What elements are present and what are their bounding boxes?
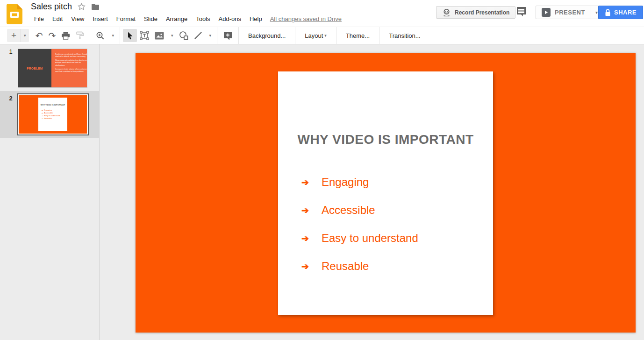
slide-1-number: 1 <box>7 48 14 55</box>
menu-insert[interactable]: Insert <box>88 14 112 23</box>
zoom-dropdown[interactable]: ▾ <box>107 29 117 42</box>
text-box-icon <box>140 31 149 40</box>
line-tool-button[interactable] <box>191 29 205 42</box>
arrow-bullet-icon: ➔ <box>301 205 313 216</box>
slide-1-thumb-paragraph: Slow response/resolution time due to sen… <box>55 59 87 66</box>
slide-filmstrip: 1 PROBLEM Explaining complicated workflo… <box>0 44 100 340</box>
document-title[interactable]: Sales pitch <box>31 2 72 12</box>
shape-button[interactable] <box>176 29 191 42</box>
comments-button[interactable] <box>516 6 528 18</box>
slide-2-thumb-bullet: Easy to understand <box>44 114 60 117</box>
move-folder-icon[interactable] <box>91 3 100 10</box>
present-button-group: PRESENT ▾ <box>536 6 602 19</box>
menu-arrange[interactable]: Arrange <box>162 14 192 23</box>
menu-slide[interactable]: Slide <box>140 14 162 23</box>
layout-label: Layout <box>305 32 323 39</box>
undo-icon: ↶ <box>36 31 43 40</box>
slide-bullet-list: ➔ Engaging ➔ Accessible ➔ Easy to unders… <box>301 168 418 280</box>
bullet-text[interactable]: Accessible <box>322 204 375 217</box>
insert-image-button[interactable] <box>152 29 167 42</box>
share-label: SHARE <box>614 9 637 16</box>
slide-2-number: 2 <box>7 95 14 102</box>
printer-icon <box>61 31 70 40</box>
insert-comment-button[interactable] <box>220 29 236 42</box>
bullet-text[interactable]: Easy to understand <box>322 232 418 245</box>
paint-roller-icon <box>76 31 84 40</box>
slide-bullet-item[interactable]: ➔ Accessible <box>301 196 418 224</box>
arrow-bullet-icon: ➔ <box>301 261 313 272</box>
present-label: PRESENT <box>555 9 585 16</box>
filmstrip-row-2: 2 WHY VIDEO IS IMPORTANT ➔Engaging ➔Acce… <box>0 91 99 138</box>
slide-bullet-item[interactable]: ➔ Reusable <box>301 252 418 280</box>
chevron-down-icon: ▾ <box>595 10 598 15</box>
star-icon[interactable] <box>78 3 86 11</box>
zoom-in-icon <box>96 31 105 40</box>
slide-text-card[interactable]: WHY VIDEO IS IMPORTANT ➔ Engaging ➔ Acce… <box>278 71 493 315</box>
slide-bullet-item[interactable]: ➔ Easy to understand <box>301 224 418 252</box>
line-dropdown[interactable]: ▾ <box>205 29 215 42</box>
undo-button[interactable]: ↶ <box>33 29 46 42</box>
menu-format[interactable]: Format <box>112 14 140 23</box>
transition-button[interactable]: Transition... <box>382 27 427 44</box>
arrow-bullet-icon: ➔ <box>42 118 43 120</box>
shape-icon <box>179 31 188 40</box>
menu-bar: File Edit View Insert Format Slide Arran… <box>30 14 342 23</box>
arrow-bullet-icon: ➔ <box>42 109 43 111</box>
play-icon <box>542 8 551 17</box>
slide-2-thumb-bullet: Engaging <box>44 109 52 111</box>
slide-1-thumb-title: PROBLEM <box>27 66 43 70</box>
slide-bullet-item[interactable]: ➔ Engaging <box>301 168 418 196</box>
filmstrip-row-1: 1 PROBLEM Explaining complicated workflo… <box>0 44 99 91</box>
image-icon <box>155 32 164 40</box>
chevron-down-icon: ▾ <box>171 33 173 38</box>
document-title-row: Sales pitch <box>31 2 100 12</box>
redo-button[interactable]: ↷ <box>46 29 59 42</box>
slides-logo-icon[interactable] <box>7 4 22 24</box>
add-comment-icon <box>223 31 233 41</box>
menu-edit[interactable]: Edit <box>48 14 67 23</box>
slide-2-thumb-card: WHY VIDEO IS IMPORTANT ➔Engaging ➔Access… <box>38 98 67 131</box>
slide-1-thumb-paragraph: Explaining complicated workflows through… <box>55 53 87 57</box>
arrow-bullet-icon: ➔ <box>42 112 43 114</box>
share-button[interactable]: SHARE <box>598 6 643 19</box>
arrow-bullet-icon: ➔ <box>301 233 313 244</box>
present-button[interactable]: PRESENT <box>536 6 591 19</box>
menu-help[interactable]: Help <box>245 14 266 23</box>
app-header: Sales pitch File Edit View Insert Format… <box>0 0 644 27</box>
menu-view[interactable]: View <box>67 14 88 23</box>
record-presentation-label: Record Presentation <box>455 9 509 16</box>
slide-2-thumb-bullet: Reusable <box>44 117 52 120</box>
slide-title[interactable]: WHY VIDEO IS IMPORTANT <box>278 132 493 147</box>
saved-status[interactable]: All changes saved in Drive <box>270 15 342 22</box>
bullet-text[interactable]: Engaging <box>322 176 369 189</box>
text-box-button[interactable] <box>137 29 152 42</box>
current-slide[interactable]: WHY VIDEO IS IMPORTANT ➔ Engaging ➔ Acce… <box>136 53 636 333</box>
new-slide-button[interactable]: + ▾ <box>7 29 29 42</box>
slide-canvas[interactable]: WHY VIDEO IS IMPORTANT ➔ Engaging ➔ Acce… <box>100 44 644 340</box>
print-button[interactable] <box>58 29 73 42</box>
slide-2-thumb-bullet: Accessible <box>44 112 53 114</box>
chevron-down-icon: ▾ <box>324 33 327 38</box>
bullet-text[interactable]: Reusable <box>322 260 369 273</box>
slide-1-thumbnail[interactable]: PROBLEM Explaining complicated workflows… <box>18 49 87 88</box>
menu-addons[interactable]: Add-ons <box>215 14 245 23</box>
new-slide-dropdown[interactable]: ▾ <box>21 29 29 42</box>
slide-2-thumbnail[interactable]: WHY VIDEO IS IMPORTANT ➔Engaging ➔Access… <box>17 93 89 135</box>
chevron-down-icon: ▾ <box>24 33 26 38</box>
toolbar: + ▾ ↶ ↷ ▾ <box>0 27 644 44</box>
background-button[interactable]: Background... <box>242 27 292 44</box>
slide-1-thumb-paragraph: Increase in ticket volume when customers… <box>55 68 87 72</box>
layout-button[interactable]: Layout ▾ <box>298 27 333 44</box>
select-tool-button[interactable] <box>123 29 137 42</box>
image-dropdown[interactable]: ▾ <box>167 29 176 42</box>
slide-1-thumb-dark-panel: PROBLEM <box>18 49 51 87</box>
menu-tools[interactable]: Tools <box>192 14 214 23</box>
line-icon <box>194 31 202 40</box>
theme-button[interactable]: Theme... <box>339 27 376 44</box>
record-presentation-button[interactable]: Record Presentation <box>436 6 515 19</box>
arrow-bullet-icon: ➔ <box>42 115 43 117</box>
zoom-button[interactable] <box>93 29 107 42</box>
paint-format-button[interactable] <box>73 29 87 42</box>
chevron-down-icon: ▾ <box>209 33 212 38</box>
menu-file[interactable]: File <box>30 14 48 23</box>
